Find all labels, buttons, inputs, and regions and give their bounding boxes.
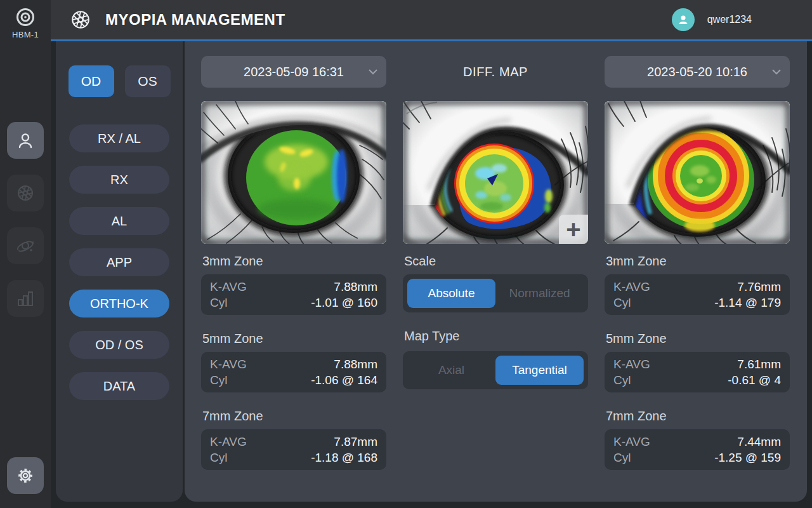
cyl-label: Cyl <box>210 450 227 465</box>
cyl-label: Cyl <box>210 295 227 311</box>
eye-photo-after <box>605 101 790 244</box>
sidebar-item-settings[interactable] <box>7 457 44 494</box>
sidebar-item-patient[interactable] <box>7 122 44 159</box>
sidebar-item-capture[interactable] <box>7 175 44 211</box>
page-title: MYOPIA MANAGEMENT <box>105 11 285 29</box>
k-avg-label: K-AVG <box>210 356 247 372</box>
cyl-value: -0.61 @ 4 <box>728 372 781 388</box>
device-name: HBM-1 <box>12 30 39 39</box>
sidebar-item-eye-scan[interactable] <box>7 227 44 264</box>
after-topography-image <box>605 101 790 244</box>
diff-map-column: DIFF. MAP <box>403 56 588 502</box>
zone-card-3mm: K-AVG7.88mm Cyl-1.01 @ 160 <box>201 274 386 315</box>
eye-toggle: OD OS <box>69 65 171 97</box>
after-exam-column: 2023-05-20 10:16 <box>605 56 790 502</box>
aperture-icon <box>15 183 36 203</box>
menu-item-al[interactable]: AL <box>69 207 169 235</box>
menu-item-ortho-k[interactable]: ORTHO-K <box>69 290 169 318</box>
scale-normalized-button[interactable]: Normalized <box>495 279 584 308</box>
user-account[interactable]: qwer1234 <box>672 8 752 31</box>
k-avg-value: 7.44mm <box>737 434 781 450</box>
after-date-value: 2023-05-20 10:16 <box>647 65 747 79</box>
menu-item-od-os[interactable]: OD / OS <box>69 331 169 359</box>
cyl-label: Cyl <box>613 450 631 465</box>
menu-item-data[interactable]: DATA <box>69 372 169 400</box>
zone-card-7mm: K-AVG7.44mm Cyl-1.25 @ 159 <box>605 429 790 470</box>
k-avg-label: K-AVG <box>210 279 247 295</box>
username: qwer1234 <box>707 14 752 25</box>
map-type-axial-button[interactable]: Axial <box>407 356 495 385</box>
sidebar-item-statistics[interactable] <box>7 280 44 317</box>
gear-icon <box>15 465 36 486</box>
os-button[interactable]: OS <box>125 65 171 97</box>
zone-card-5mm: K-AVG7.88mm Cyl-1.06 @ 164 <box>201 352 386 392</box>
cyl-value: -1.14 @ 179 <box>714 295 781 311</box>
after-date-dropdown[interactable]: 2023-05-20 10:16 <box>605 56 790 88</box>
ortho-k-content: 2023-05-09 16:31 <box>185 41 807 502</box>
zone-label-7mm: 7mm Zone <box>605 409 790 424</box>
k-avg-label: K-AVG <box>210 434 247 450</box>
user-icon <box>15 130 36 150</box>
before-exam-column: 2023-05-09 16:31 <box>201 56 386 502</box>
chevron-down-icon <box>368 69 378 75</box>
zone-label-5mm: 5mm Zone <box>201 331 386 346</box>
zone-label-3mm: 3mm Zone <box>605 254 790 269</box>
before-date-value: 2023-05-09 16:31 <box>244 65 344 79</box>
eye-photo-before <box>201 101 386 244</box>
od-button[interactable]: OD <box>69 65 114 97</box>
cyl-label: Cyl <box>210 372 227 388</box>
k-avg-label: K-AVG <box>613 279 650 295</box>
eye-scan-icon <box>15 236 36 256</box>
nav-menu: RX / AL RX AL APP ORTHO-K OD / OS DATA <box>69 124 169 400</box>
menu-item-app[interactable]: APP <box>69 248 169 276</box>
zone-label-3mm: 3mm Zone <box>201 254 386 269</box>
device-sidebar: HBM-1 <box>0 0 51 508</box>
zone-card-3mm: K-AVG7.76mm Cyl-1.14 @ 179 <box>605 274 790 315</box>
zoom-in-button[interactable]: + <box>559 215 588 244</box>
zone-card-7mm: K-AVG7.87mm Cyl-1.18 @ 168 <box>201 429 386 470</box>
top-bar: MYOPIA MANAGEMENT qwer1234 <box>51 0 812 41</box>
user-icon <box>676 13 690 27</box>
k-avg-label: K-AVG <box>613 434 650 450</box>
diff-map-title: DIFF. MAP <box>463 65 528 79</box>
map-type-tangential-button[interactable]: Tangential <box>495 356 584 385</box>
zone-label-7mm: 7mm Zone <box>201 409 386 424</box>
menu-item-rx-al[interactable]: RX / AL <box>69 124 169 152</box>
diff-topography-image: + <box>403 101 588 244</box>
before-date-dropdown[interactable]: 2023-05-09 16:31 <box>201 56 386 88</box>
k-avg-value: 7.61mm <box>737 356 781 372</box>
cyl-value: -1.06 @ 164 <box>311 372 377 388</box>
chart-icon <box>15 288 36 309</box>
scale-label: Scale <box>403 254 588 269</box>
scale-absolute-button[interactable]: Absolute <box>407 279 495 308</box>
device-logo: HBM-1 <box>12 6 39 39</box>
k-avg-value: 7.88mm <box>334 356 377 372</box>
avatar <box>672 8 695 31</box>
before-topography-image <box>201 101 386 244</box>
cyl-label: Cyl <box>613 295 631 311</box>
cyl-value: -1.01 @ 160 <box>311 295 377 311</box>
cyl-value: -1.25 @ 159 <box>714 450 781 465</box>
target-logo-icon <box>15 6 36 28</box>
map-type-toggle: Axial Tangential <box>403 351 588 389</box>
k-avg-label: K-AVG <box>613 356 650 372</box>
cyl-value: -1.18 @ 168 <box>311 450 377 465</box>
aperture-icon <box>70 9 91 30</box>
zone-card-5mm: K-AVG7.61mm Cyl-0.61 @ 4 <box>605 352 790 392</box>
zone-label-5mm: 5mm Zone <box>605 331 790 346</box>
k-avg-value: 7.87mm <box>334 434 377 450</box>
scale-toggle: Absolute Normalized <box>403 274 588 312</box>
menu-item-rx[interactable]: RX <box>69 166 169 194</box>
cyl-label: Cyl <box>613 372 631 388</box>
k-avg-value: 7.76mm <box>737 279 781 295</box>
nav-panel: OD OS RX / AL RX AL APP ORTHO-K OD / OS … <box>56 41 183 502</box>
chevron-down-icon <box>771 69 782 75</box>
map-type-label: Map Type <box>403 329 588 344</box>
k-avg-value: 7.88mm <box>334 279 377 295</box>
